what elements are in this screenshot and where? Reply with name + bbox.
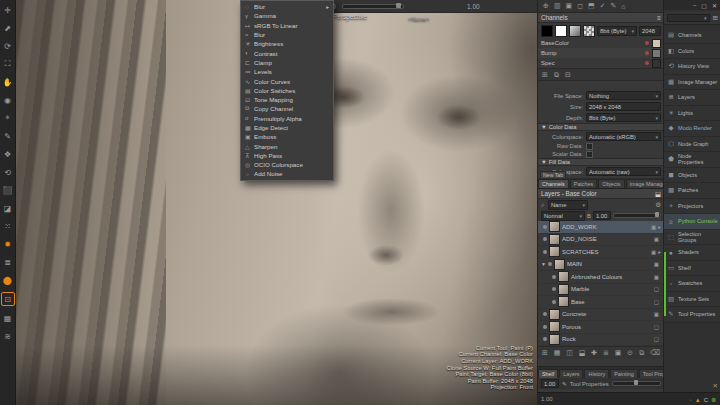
channel-row[interactable]: Spec [538,58,664,68]
blend-letter[interactable]: B [587,213,591,219]
menu-item[interactable]: ↦ sRGB To Linear [241,21,333,30]
channel-action-button[interactable]: ⊟ [565,71,571,79]
file-space-combo[interactable]: Nothing ▾ [586,91,661,100]
minimize-button[interactable]: – [693,2,696,8]
menu-item[interactable]: ⊡ Tone Mapping [241,95,333,104]
layer-row[interactable]: Airbrushed Colours ▣ [538,271,664,284]
tool-icon[interactable]: ⟲ [2,166,14,178]
palette-button[interactable]: ▦ Image Manager [664,75,720,91]
layer-action-button[interactable]: ▣ [615,349,622,357]
menu-item[interactable]: ▦ Edge Detect [241,123,333,132]
depth-field-combo[interactable]: 8bit (Byte) ▾ [586,113,661,122]
layer-mask-icon[interactable]: ▣ [651,249,656,255]
layer-visibility-dot[interactable] [543,325,547,329]
view-tab-perspective[interactable]: Perspective [333,13,367,20]
quick-swatch-gray[interactable] [569,25,581,37]
layer-mask-icon[interactable]: ▣ [654,236,659,242]
bottom-tab[interactable]: Shelf [538,369,558,378]
tool-icon[interactable]: ⬛ [2,184,14,196]
layer-mask-icon[interactable]: ▣ [651,224,656,230]
opacity-slider-knob[interactable] [396,3,401,8]
channels-palette-header[interactable]: Channels ≡ [538,13,664,23]
layer-row[interactable]: Rock ▢ [538,334,664,347]
depth-combo[interactable]: 8bit (Byte) ▾ [597,26,637,36]
layer-row[interactable]: Porous ▢ [538,321,664,334]
close-icon[interactable]: ✕ [713,382,718,390]
channel-row[interactable]: Bump [538,48,664,58]
panel-toolbar-icon[interactable]: ⊕ [543,2,549,10]
menu-item[interactable]: ◌ Blur ▸ [241,2,333,11]
scalar-data-checkbox[interactable] [586,151,593,158]
tool-icon[interactable]: ⬤ [2,274,14,286]
channel-swatch[interactable] [652,59,661,68]
layer-row[interactable]: Base ▢ [538,296,664,309]
palette-button[interactable]: ● Shaders [664,245,720,261]
channel-row[interactable]: BaseColor [538,38,664,48]
palette-button[interactable]: ▩ Patches [664,183,720,199]
layer-action-button[interactable]: ⊞ [542,349,548,357]
palette-button[interactable]: ≣ Layers [664,90,720,106]
layer-visibility-dot[interactable] [543,312,547,316]
tool-icon[interactable]: ⬈ [2,22,14,34]
palette-button[interactable]: ▤ Channels [664,28,720,44]
menu-item[interactable]: ◐ Contrast [241,48,333,57]
close-button[interactable]: ✕ [712,2,717,9]
layer-action-button[interactable]: ⬓ [579,349,586,357]
tool-icon[interactable]: ≋ [2,330,14,342]
menu-item[interactable]: ▣ Emboss [241,132,333,141]
tool-icon[interactable]: ⟳ [2,40,14,52]
layer-action-button[interactable]: ◫ [566,349,573,357]
footer-slider[interactable] [612,381,661,386]
size-button[interactable]: 2048 [639,26,661,36]
channel-action-button[interactable]: ⧉ [554,71,559,79]
radius-value[interactable]: 1.00 [467,3,480,10]
layer-row[interactable]: ▼ MAIN ▣ [538,259,664,272]
palette-tab[interactable]: Patches [570,179,597,188]
tool-icon[interactable]: ⁙ [2,220,14,232]
menu-item[interactable]: ∿ Color Curves [241,76,333,85]
raw-data-checkbox[interactable] [586,143,593,150]
footer-slider-knob[interactable] [634,380,638,385]
panel-toolbar-icon[interactable]: ▣ [566,2,573,10]
layer-row[interactable]: SCRATCHES ▣ ▸ [538,246,664,259]
tool-icon[interactable]: ✹ [2,238,14,250]
panel-toolbar-icon[interactable]: ◻ [577,2,583,10]
opacity-slider[interactable] [342,4,404,9]
panel-toolbar-icon[interactable]: ✎ [610,2,616,10]
layer-visibility-dot[interactable] [543,237,547,241]
layer-mask-icon[interactable]: ▢ [654,286,659,292]
palette-button[interactable]: ⬚ Selection Groups [664,230,720,246]
layer-visibility-dot[interactable] [543,250,547,254]
menu-item[interactable]: ⁘ Add Noise [241,169,333,178]
maximize-button[interactable]: ▢ [701,2,707,9]
palette-button[interactable]: ≥ Python Console [664,214,720,230]
add-icon[interactable]: ⊞ [713,14,718,22]
tool-icon[interactable]: ⛶ [2,58,14,70]
layer-mask-icon[interactable]: ▣ [654,261,659,267]
tool-icon[interactable]: ◉ [2,94,14,106]
channel-action-button[interactable]: ⊞ [542,71,548,79]
palette-button[interactable]: ⬟ Node Properties [664,152,720,168]
bottom-tab[interactable]: History [584,369,609,378]
menu-item[interactable]: α Premultiply Alpha [241,114,333,123]
tool-icon[interactable]: ❖ [2,148,14,160]
channel-swatch[interactable] [652,39,661,48]
palette-button[interactable]: ◆ Modo Render [664,121,720,137]
tool-icon[interactable]: ⌖ [2,112,14,124]
tool-icon[interactable]: ✛ [2,4,14,16]
panel-toolbar-icon[interactable]: ⬒ [588,2,595,10]
menu-item[interactable]: ⧉ Copy Channel [241,104,333,113]
layer-row[interactable]: Marble ▢ [538,284,664,297]
palette-button[interactable]: ◧ Colors [664,44,720,60]
menu-item[interactable]: ▤ Color Switches [241,86,333,95]
menu-item[interactable]: △ Sharpen [241,141,333,150]
palette-button[interactable]: ✎ Tool Properties [664,307,720,323]
menu-item[interactable]: γ Gamma [241,11,333,20]
layer-row[interactable]: ADD_NOISE ▣ [538,234,664,247]
layer-mask-icon[interactable]: ▣ [654,311,659,317]
blend-mode-combo[interactable]: Normal ▾ [541,211,585,221]
layer-visibility-dot[interactable] [552,300,556,304]
size-field[interactable]: 2048 x 2048 [586,102,661,111]
layer-mask-icon[interactable]: ▢ [654,336,659,342]
layer-mask-icon[interactable]: ▢ [654,299,659,305]
